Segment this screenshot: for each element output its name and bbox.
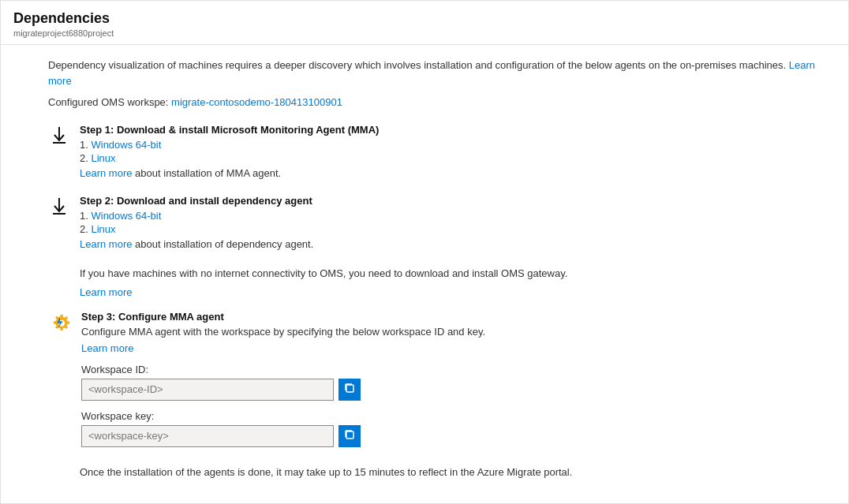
svg-rect-5 <box>346 431 353 439</box>
step1-windows-link[interactable]: Windows 64-bit <box>91 139 161 151</box>
step2-section: Step 2: Download and install dependency … <box>48 195 832 250</box>
step2-learn-more-link[interactable]: Learn more <box>80 238 132 250</box>
copy-workspace-key-button[interactable] <box>338 425 361 447</box>
step1-download-icon <box>48 125 70 146</box>
oms-workspace-line: Configured OMS workspe: migrate-contosod… <box>48 96 832 108</box>
oms-gateway-section: If you have machines with no internet co… <box>48 266 832 298</box>
step3-content: Step 3: Configure MMA agent Configure MM… <box>81 311 832 449</box>
workspace-key-row <box>81 425 832 447</box>
oms-gateway-text: If you have machines with no internet co… <box>80 266 832 282</box>
step3-learn-more-link[interactable]: Learn more <box>81 342 133 354</box>
step3-title: Step 3: Configure MMA agent <box>81 311 832 323</box>
page-header: Dependencies migrateproject6880project <box>1 1 848 45</box>
content-area: Dependency visualization of machines req… <box>1 45 848 492</box>
step1-learn-more-link[interactable]: Learn more <box>80 167 132 179</box>
page-subtitle: migrateproject6880project <box>13 28 836 38</box>
workspace-id-label: Workspace ID: <box>81 364 832 375</box>
workspace-key-label: Workspace key: <box>81 410 832 422</box>
step1-list: 1. Windows 64-bit 2. Linux <box>80 139 832 164</box>
step3-section: Step 3: Configure MMA agent Configure MM… <box>48 311 832 449</box>
step2-item1: 1. Windows 64-bit <box>80 210 832 222</box>
step3-gear-icon <box>48 311 72 334</box>
copy-workspace-id-icon <box>344 383 355 396</box>
step3-description: Configure MMA agent with the workspace b… <box>81 326 832 338</box>
footer-note: Once the installation of the agents is d… <box>48 465 832 480</box>
step1-content: Step 1: Download & install Microsoft Mon… <box>80 124 832 179</box>
step2-windows-link[interactable]: Windows 64-bit <box>91 210 161 222</box>
svg-rect-4 <box>346 385 353 392</box>
step1-section: Step 1: Download & install Microsoft Mon… <box>48 124 832 179</box>
step2-learn-more: Learn more about installation of depende… <box>80 238 832 250</box>
copy-workspace-id-button[interactable] <box>338 379 361 401</box>
step2-linux-link[interactable]: Linux <box>91 223 115 235</box>
step2-list: 1. Windows 64-bit 2. Linux <box>80 210 832 235</box>
workspace-id-input[interactable] <box>81 379 334 401</box>
step1-title: Step 1: Download & install Microsoft Mon… <box>80 124 832 136</box>
step1-learn-more: Learn more about installation of MMA age… <box>80 167 832 179</box>
intro-text: Dependency visualization of machines req… <box>48 58 832 88</box>
step2-download-icon <box>48 196 70 217</box>
step1-item1: 1. Windows 64-bit <box>80 139 832 151</box>
step2-content: Step 2: Download and install dependency … <box>80 195 832 250</box>
workspace-key-input[interactable] <box>81 425 334 447</box>
step1-item2: 2. Linux <box>80 152 832 164</box>
step2-title: Step 2: Download and install dependency … <box>80 195 832 207</box>
step1-linux-link[interactable]: Linux <box>91 152 115 164</box>
step2-item2: 2. Linux <box>80 223 832 235</box>
page-container: Dependencies migrateproject6880project D… <box>0 0 849 504</box>
workspace-id-row <box>81 379 832 401</box>
oms-gateway-learn-more-link[interactable]: Learn more <box>80 286 132 298</box>
copy-workspace-key-icon <box>344 429 355 442</box>
oms-workspace-link[interactable]: migrate-contosodemo-180413100901 <box>171 96 342 108</box>
page-title: Dependencies <box>13 10 836 27</box>
